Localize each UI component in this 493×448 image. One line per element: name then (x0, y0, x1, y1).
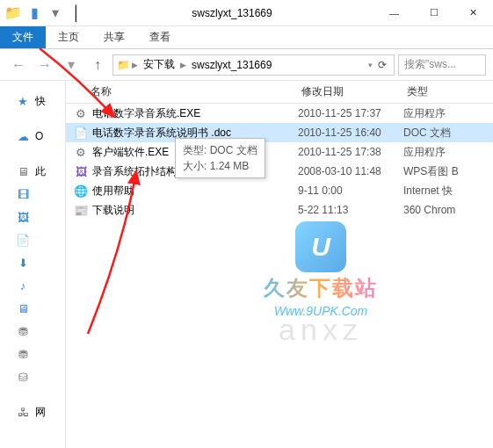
maximize-button[interactable]: ☐ (414, 0, 453, 26)
video-icon: 🎞 (16, 187, 30, 201)
tab-view[interactable]: 查看 (137, 26, 183, 48)
breadcrumb-1[interactable]: 安下载 (140, 57, 178, 72)
file-icon: 🌐 (73, 183, 89, 199)
address-dropdown-icon[interactable]: ▾ (368, 61, 373, 69)
file-type: 360 Chrom (403, 204, 493, 216)
watermark-bg: anxz (189, 313, 453, 347)
tooltip-line: 大小: 1.24 MB (183, 158, 257, 174)
breadcrumb-2[interactable]: swszlyxt_131669 (188, 59, 275, 71)
disk-icon: ⛃ (16, 324, 30, 338)
watermark-url: Www.9UPK.Com (189, 304, 453, 318)
search-input[interactable]: 搜索"sws... (398, 54, 486, 76)
file-date: 9-11 0:00 (298, 184, 403, 197)
file-row[interactable]: 📄电话数字录音系统说明书 .doc2010-11-25 16:40DOC 文档 (66, 123, 493, 142)
qat-dropdown-icon[interactable]: ▾ (46, 4, 65, 23)
qat-pin-icon[interactable]: ▮ (25, 4, 44, 23)
chevron-right-icon[interactable]: ▶ (180, 61, 186, 69)
quick-access-toolbar: 📁 ▮ ▾ │ (0, 4, 90, 23)
sidebar-item-doc[interactable]: 📄 (0, 228, 65, 251)
back-button[interactable]: ← (7, 54, 30, 76)
watermark: U 久友下载站 Www.9UPK.Com anxz (189, 221, 453, 347)
sidebar-item-cloud[interactable]: ☁ O (0, 125, 65, 148)
sidebar-label: 快 (35, 94, 46, 109)
sidebar-item-video[interactable]: 🎞 (0, 183, 65, 206)
folder-icon[interactable]: 📁 (4, 4, 23, 23)
watermark-text: 久友下载站 (264, 274, 378, 302)
file-type: Internet 快 (403, 184, 493, 199)
sidebar-item-drive[interactable]: ⛁ (0, 365, 65, 388)
column-headers: 名称 修改日期 类型 (66, 81, 493, 104)
qat-separator: │ (67, 4, 86, 23)
file-type: 应用程序 (403, 145, 493, 160)
sidebar-item-desktop[interactable]: 🖥 (0, 297, 65, 320)
file-date: 2010-11-25 17:38 (298, 146, 403, 158)
sidebar-item-disk-c[interactable]: ⛃ (0, 320, 65, 343)
file-pane: 名称 修改日期 类型 ⚙电话数字录音系统.EXE2010-11-25 17:37… (66, 81, 493, 448)
file-date: 2010-11-25 17:37 (298, 107, 403, 119)
sidebar-item-pc[interactable]: 🖥 此 (0, 160, 65, 183)
sidebar-item-image[interactable]: 🖼 (0, 206, 65, 228)
sidebar-item-disk-d[interactable]: ⛃ (0, 343, 65, 365)
recent-dropdown-icon[interactable]: ▾ (60, 54, 83, 76)
navigation-bar: ← → ▾ ↑ 📁 ▶ 安下载 ▶ swszlyxt_131669 ▾ ⟳ 搜索… (0, 49, 493, 81)
chevron-right-icon[interactable]: ▶ (132, 61, 138, 69)
watermark-logo-icon: U (295, 221, 346, 272)
explorer-body: ★ 快 ☁ O 🖥 此 🎞 🖼 📄 ⬇ ♪ 🖥 ⛃ ⛃ ⛁ 🖧 网 名称 修改 (0, 81, 493, 448)
disk-icon: ⛃ (16, 347, 30, 361)
file-list: ⚙电话数字录音系统.EXE2010-11-25 17:37应用程序📄电话数字录音… (66, 104, 493, 220)
file-tooltip: 类型: DOC 文档 大小: 1.24 MB (175, 138, 265, 178)
file-name: 下载说明 (92, 203, 298, 218)
file-icon: 🖼 (73, 163, 89, 179)
column-date[interactable]: 修改日期 (294, 84, 400, 99)
sidebar-label: 此 (35, 164, 46, 179)
file-row[interactable]: ⚙客户端软件.EXE2010-11-25 17:38应用程序 (66, 142, 493, 162)
column-type[interactable]: 类型 (400, 84, 493, 99)
sidebar-item-download[interactable]: ⬇ (0, 251, 65, 274)
window-controls: — ☐ ✕ (374, 0, 493, 26)
tooltip-line: 类型: DOC 文档 (183, 142, 257, 158)
column-name[interactable]: 名称 (66, 84, 294, 99)
folder-icon: 📁 (117, 59, 130, 71)
file-icon: ⚙ (73, 144, 89, 160)
tab-file[interactable]: 文件 (0, 26, 46, 48)
image-icon: 🖼 (16, 210, 30, 224)
file-type: WPS看图 B (403, 164, 493, 179)
address-bar[interactable]: 📁 ▶ 安下载 ▶ swszlyxt_131669 ▾ ⟳ (112, 54, 395, 76)
minimize-button[interactable]: — (374, 0, 414, 26)
doc-icon: 📄 (16, 233, 30, 247)
download-icon: ⬇ (16, 256, 30, 270)
close-button[interactable]: ✕ (453, 0, 493, 26)
tab-share[interactable]: 共享 (91, 26, 137, 48)
ribbon-tabs: 文件 主页 共享 查看 (0, 26, 493, 49)
sidebar-label: 网 (35, 405, 46, 420)
desktop-icon: 🖥 (16, 301, 30, 315)
forward-button[interactable]: → (33, 54, 56, 76)
titlebar: 📁 ▮ ▾ │ swszlyxt_131669 — ☐ ✕ (0, 0, 493, 26)
file-row[interactable]: 🌐使用帮助 9-11 0:00Internet 快 (66, 181, 493, 200)
music-icon: ♪ (16, 278, 30, 293)
sidebar: ★ 快 ☁ O 🖥 此 🎞 🖼 📄 ⬇ ♪ 🖥 ⛃ ⛃ ⛁ 🖧 网 (0, 81, 66, 448)
sidebar-label: O (35, 130, 43, 142)
up-button[interactable]: ↑ (86, 54, 109, 76)
search-placeholder: 搜索"sws... (404, 57, 456, 72)
star-icon: ★ (16, 94, 30, 108)
window-title: swszlyxt_131669 (90, 7, 374, 19)
pc-icon: 🖥 (16, 164, 30, 178)
file-icon: 📰 (73, 202, 89, 218)
sidebar-item-music[interactable]: ♪ (0, 274, 65, 297)
file-row[interactable]: 🖼录音系统拓扑结构.bmp2008-03-10 11:48WPS看图 B (66, 162, 493, 181)
file-name: 使用帮助 (92, 184, 298, 199)
network-icon: 🖧 (16, 405, 30, 419)
file-date: 2010-11-25 16:40 (298, 126, 403, 139)
sidebar-item-network[interactable]: 🖧 网 (0, 401, 65, 423)
file-icon: 📄 (73, 125, 89, 141)
file-date: 2008-03-10 11:48 (298, 165, 403, 177)
file-row[interactable]: ⚙电话数字录音系统.EXE2010-11-25 17:37应用程序 (66, 104, 493, 123)
file-type: 应用程序 (403, 106, 493, 121)
tab-home[interactable]: 主页 (46, 26, 91, 48)
file-date: 5-22 11:13 (298, 204, 403, 216)
refresh-icon[interactable]: ⟳ (374, 59, 390, 71)
sidebar-item-quick[interactable]: ★ 快 (0, 90, 65, 112)
file-type: DOC 文档 (403, 126, 493, 141)
file-row[interactable]: 📰下载说明 5-22 11:13360 Chrom (66, 200, 493, 220)
